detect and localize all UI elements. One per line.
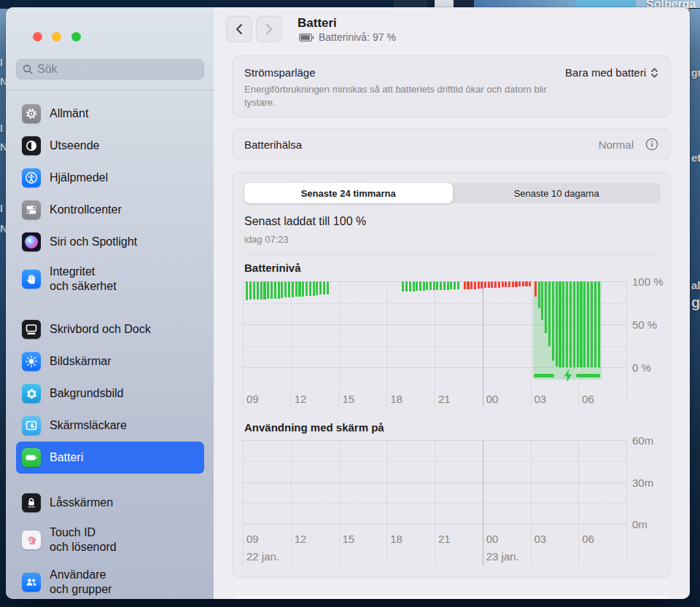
info-icon[interactable]	[645, 138, 658, 151]
sidebar-item-label: Låsskärmen	[50, 496, 113, 510]
battery-bar	[447, 281, 449, 290]
search-icon	[23, 64, 33, 74]
battery-bar	[548, 281, 551, 346]
sidebar-item-siri-och-spotlight[interactable]: Siri och Spotlight	[16, 226, 204, 258]
sidebar-item-label: Siri och Spotlight	[50, 235, 137, 249]
grid-line-vertical	[386, 440, 387, 565]
battery-bar	[522, 281, 524, 286]
desktop-text-fragment: I	[0, 122, 3, 134]
sun-icon	[22, 352, 41, 371]
stepper-chevrons-icon	[650, 67, 658, 79]
battery-bar	[541, 281, 543, 320]
x-axis-label: 12	[295, 533, 307, 545]
x-axis-label: 00	[486, 393, 499, 405]
battery-bar	[538, 281, 540, 308]
x-axis-label: 09	[246, 393, 259, 405]
grid-line-vertical	[435, 440, 435, 565]
system-settings-window: Sök Allmänt Utseende Hjälpmedel	[6, 7, 690, 599]
battery-bar	[587, 281, 589, 367]
x-axis-label: 03	[534, 533, 547, 545]
sidebar-group-gap	[16, 300, 204, 313]
next-card-sliver	[232, 595, 672, 599]
desktop-text-fragment: al	[691, 279, 700, 291]
battery-bar	[505, 281, 507, 287]
close-window-button[interactable]	[33, 32, 42, 42]
charging-underline	[576, 374, 601, 377]
battery-bar	[573, 281, 575, 367]
sidebar-item-lasskarmen[interactable]: Låsskärmen	[16, 487, 204, 519]
flower-icon	[22, 384, 41, 403]
sidebar-item-hjalpmedel[interactable]: Hjälpmedel	[16, 162, 204, 194]
sidebar-item-integritet-och-sakerhet[interactable]: Integritetoch säkerhet	[16, 258, 204, 300]
forward-button[interactable]	[256, 16, 282, 42]
battery-bar	[267, 281, 269, 299]
battery-bar	[416, 281, 418, 291]
sidebar-item-kontrollcenter[interactable]: Kontrollcenter	[16, 194, 204, 226]
battery-bar	[566, 281, 568, 367]
grid-line-vertical	[531, 281, 532, 406]
minimize-window-button[interactable]	[52, 32, 61, 42]
power-mode-popup[interactable]: Bara med batteri	[565, 66, 658, 79]
battery-bar	[433, 281, 435, 290]
battery-status-icon	[299, 34, 314, 42]
battery-bar	[306, 281, 308, 296]
grid-line-vertical	[435, 281, 435, 406]
sidebar-item-touch-id-och-losenord[interactable]: Touch IDoch lösenord	[16, 519, 204, 561]
sidebar-item-label: Bildskärmar	[50, 354, 111, 369]
x-axis-label: 15	[343, 533, 355, 545]
sidebar-item-allmant[interactable]: Allmänt	[16, 98, 204, 130]
battery-level-chart: 100 %50 %0 %0912151821000306	[243, 281, 626, 367]
siri-icon	[22, 232, 41, 251]
sidebar-item-batteri[interactable]: Batteri	[16, 442, 204, 474]
back-button[interactable]	[226, 16, 252, 42]
battery-bar	[488, 281, 490, 288]
battery-bar	[559, 281, 561, 367]
y-axis-label: 0m	[632, 518, 648, 530]
x-axis-label: 00	[486, 533, 499, 545]
sidebar-item-utseende[interactable]: Utseende	[16, 130, 204, 162]
sidebar-item-label: Skärmsläckare	[50, 418, 127, 433]
y-axis-label: 50 %	[632, 318, 657, 331]
battery-bar	[454, 281, 456, 289]
sidebar-item-bildskarmar[interactable]: Bildskärmar	[16, 345, 204, 377]
battery-bar	[249, 281, 252, 299]
search-input[interactable]: Sök	[16, 59, 204, 79]
y-axis-label: 100 %	[632, 275, 664, 288]
sidebar-item-label: Bakgrundsbild	[50, 386, 123, 401]
y-axis-label: 0 %	[632, 361, 651, 374]
battery-bar	[508, 281, 510, 287]
tab-last-10-days[interactable]: Senaste 10 dagarna	[453, 183, 661, 203]
chevron-left-icon	[235, 23, 244, 35]
battery-bar	[440, 281, 442, 290]
battery-bar	[598, 281, 600, 367]
battery-bar	[405, 281, 408, 291]
zoom-window-button[interactable]	[71, 32, 81, 42]
search-placeholder: Sök	[37, 63, 58, 76]
sidebar-item-skrivbord-och-dock[interactable]: Skrivbord och Dock	[16, 313, 204, 345]
y-axis-label: 60m	[632, 434, 653, 447]
x-axis-label: 21	[438, 533, 451, 545]
battery-bar	[253, 281, 255, 299]
charging-bolt-icon	[563, 369, 573, 383]
battery-bar	[502, 281, 504, 287]
battery-bar	[436, 281, 438, 290]
battery-bar	[260, 281, 262, 299]
sidebar-item-bakgrundsbild[interactable]: Bakgrundsbild	[16, 377, 204, 410]
grid-line-vertical	[243, 281, 244, 406]
sidebar-item-skarmslackare[interactable]: Skärmsläckare	[16, 410, 204, 442]
sidebar-item-anvandare-och-grupper[interactable]: Användareoch grupper	[16, 561, 204, 599]
battery-bar	[478, 281, 480, 289]
x-axis-label: 18	[390, 393, 402, 405]
sidebar-item-label: Touch IDoch lösenord	[50, 525, 117, 555]
desktop-text-fragment: gr	[691, 67, 700, 79]
battery-bar	[470, 281, 472, 289]
battery-health-card: Batterihälsa Normal	[232, 128, 671, 160]
battery-level-chart-title: Batterinivå	[244, 262, 301, 274]
sidebar-item-label: Integritetoch säkerhet	[50, 265, 117, 294]
tab-last-24-hours[interactable]: Senaste 24 timmarna	[244, 183, 453, 203]
x-axis-label: 06	[582, 393, 594, 405]
battery-bar	[302, 281, 304, 297]
desktop-text-fragment: I	[0, 57, 3, 68]
grid-line-vertical	[483, 440, 483, 565]
battery-bar	[426, 281, 428, 290]
